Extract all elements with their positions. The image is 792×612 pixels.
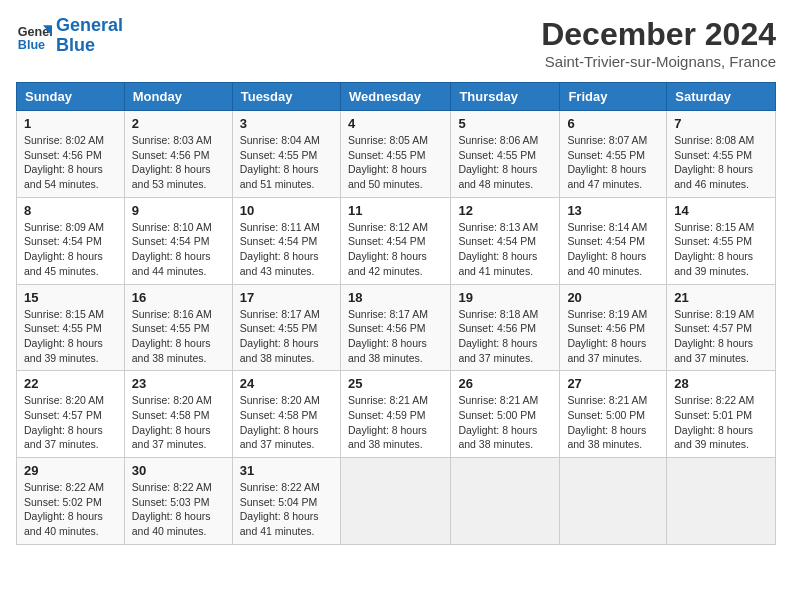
day-number: 19 — [458, 290, 552, 305]
day-info: Sunrise: 8:10 AMSunset: 4:54 PMDaylight:… — [132, 220, 225, 279]
day-number: 18 — [348, 290, 443, 305]
day-cell: 21Sunrise: 8:19 AMSunset: 4:57 PMDayligh… — [667, 284, 776, 371]
week-row-2: 8Sunrise: 8:09 AMSunset: 4:54 PMDaylight… — [17, 197, 776, 284]
day-info: Sunrise: 8:05 AMSunset: 4:55 PMDaylight:… — [348, 133, 443, 192]
day-info: Sunrise: 8:19 AMSunset: 4:56 PMDaylight:… — [567, 307, 659, 366]
day-number: 15 — [24, 290, 117, 305]
day-cell: 11Sunrise: 8:12 AMSunset: 4:54 PMDayligh… — [340, 197, 450, 284]
calendar-table: SundayMondayTuesdayWednesdayThursdayFrid… — [16, 82, 776, 545]
day-cell: 25Sunrise: 8:21 AMSunset: 4:59 PMDayligh… — [340, 371, 450, 458]
day-number: 2 — [132, 116, 225, 131]
day-cell — [451, 458, 560, 545]
day-info: Sunrise: 8:22 AMSunset: 5:02 PMDaylight:… — [24, 480, 117, 539]
day-cell: 28Sunrise: 8:22 AMSunset: 5:01 PMDayligh… — [667, 371, 776, 458]
day-number: 11 — [348, 203, 443, 218]
day-cell: 23Sunrise: 8:20 AMSunset: 4:58 PMDayligh… — [124, 371, 232, 458]
day-cell: 7Sunrise: 8:08 AMSunset: 4:55 PMDaylight… — [667, 111, 776, 198]
logo-text-line2: Blue — [56, 36, 123, 56]
day-cell: 8Sunrise: 8:09 AMSunset: 4:54 PMDaylight… — [17, 197, 125, 284]
day-cell: 16Sunrise: 8:16 AMSunset: 4:55 PMDayligh… — [124, 284, 232, 371]
day-number: 13 — [567, 203, 659, 218]
day-info: Sunrise: 8:20 AMSunset: 4:58 PMDaylight:… — [132, 393, 225, 452]
day-cell: 19Sunrise: 8:18 AMSunset: 4:56 PMDayligh… — [451, 284, 560, 371]
day-info: Sunrise: 8:19 AMSunset: 4:57 PMDaylight:… — [674, 307, 768, 366]
calendar-body: 1Sunrise: 8:02 AMSunset: 4:56 PMDaylight… — [17, 111, 776, 545]
day-number: 29 — [24, 463, 117, 478]
day-number: 28 — [674, 376, 768, 391]
week-row-5: 29Sunrise: 8:22 AMSunset: 5:02 PMDayligh… — [17, 458, 776, 545]
day-info: Sunrise: 8:22 AMSunset: 5:03 PMDaylight:… — [132, 480, 225, 539]
day-info: Sunrise: 8:12 AMSunset: 4:54 PMDaylight:… — [348, 220, 443, 279]
day-number: 17 — [240, 290, 333, 305]
calendar-header: SundayMondayTuesdayWednesdayThursdayFrid… — [17, 83, 776, 111]
header-row: SundayMondayTuesdayWednesdayThursdayFrid… — [17, 83, 776, 111]
header-thursday: Thursday — [451, 83, 560, 111]
day-number: 4 — [348, 116, 443, 131]
day-number: 14 — [674, 203, 768, 218]
week-row-1: 1Sunrise: 8:02 AMSunset: 4:56 PMDaylight… — [17, 111, 776, 198]
day-cell: 17Sunrise: 8:17 AMSunset: 4:55 PMDayligh… — [232, 284, 340, 371]
title-area: December 2024 Saint-Trivier-sur-Moignans… — [541, 16, 776, 70]
day-cell: 12Sunrise: 8:13 AMSunset: 4:54 PMDayligh… — [451, 197, 560, 284]
day-cell: 6Sunrise: 8:07 AMSunset: 4:55 PMDaylight… — [560, 111, 667, 198]
day-cell: 22Sunrise: 8:20 AMSunset: 4:57 PMDayligh… — [17, 371, 125, 458]
day-cell — [667, 458, 776, 545]
logo-icon: General Blue — [16, 18, 52, 54]
day-info: Sunrise: 8:18 AMSunset: 4:56 PMDaylight:… — [458, 307, 552, 366]
day-info: Sunrise: 8:09 AMSunset: 4:54 PMDaylight:… — [24, 220, 117, 279]
week-row-4: 22Sunrise: 8:20 AMSunset: 4:57 PMDayligh… — [17, 371, 776, 458]
day-number: 6 — [567, 116, 659, 131]
day-info: Sunrise: 8:15 AMSunset: 4:55 PMDaylight:… — [24, 307, 117, 366]
day-number: 22 — [24, 376, 117, 391]
day-cell: 24Sunrise: 8:20 AMSunset: 4:58 PMDayligh… — [232, 371, 340, 458]
day-info: Sunrise: 8:04 AMSunset: 4:55 PMDaylight:… — [240, 133, 333, 192]
day-info: Sunrise: 8:21 AMSunset: 5:00 PMDaylight:… — [458, 393, 552, 452]
day-number: 27 — [567, 376, 659, 391]
day-cell: 14Sunrise: 8:15 AMSunset: 4:55 PMDayligh… — [667, 197, 776, 284]
day-info: Sunrise: 8:08 AMSunset: 4:55 PMDaylight:… — [674, 133, 768, 192]
header-friday: Friday — [560, 83, 667, 111]
day-info: Sunrise: 8:16 AMSunset: 4:55 PMDaylight:… — [132, 307, 225, 366]
day-cell: 26Sunrise: 8:21 AMSunset: 5:00 PMDayligh… — [451, 371, 560, 458]
day-number: 24 — [240, 376, 333, 391]
day-info: Sunrise: 8:17 AMSunset: 4:55 PMDaylight:… — [240, 307, 333, 366]
day-number: 7 — [674, 116, 768, 131]
day-cell: 30Sunrise: 8:22 AMSunset: 5:03 PMDayligh… — [124, 458, 232, 545]
header-monday: Monday — [124, 83, 232, 111]
header-wednesday: Wednesday — [340, 83, 450, 111]
day-cell: 1Sunrise: 8:02 AMSunset: 4:56 PMDaylight… — [17, 111, 125, 198]
day-number: 30 — [132, 463, 225, 478]
day-number: 1 — [24, 116, 117, 131]
day-cell: 10Sunrise: 8:11 AMSunset: 4:54 PMDayligh… — [232, 197, 340, 284]
location-title: Saint-Trivier-sur-Moignans, France — [541, 53, 776, 70]
day-number: 25 — [348, 376, 443, 391]
day-number: 3 — [240, 116, 333, 131]
day-info: Sunrise: 8:02 AMSunset: 4:56 PMDaylight:… — [24, 133, 117, 192]
day-cell: 2Sunrise: 8:03 AMSunset: 4:56 PMDaylight… — [124, 111, 232, 198]
logo: General Blue General Blue — [16, 16, 123, 56]
day-info: Sunrise: 8:20 AMSunset: 4:58 PMDaylight:… — [240, 393, 333, 452]
day-info: Sunrise: 8:20 AMSunset: 4:57 PMDaylight:… — [24, 393, 117, 452]
day-info: Sunrise: 8:07 AMSunset: 4:55 PMDaylight:… — [567, 133, 659, 192]
day-cell — [560, 458, 667, 545]
header-sunday: Sunday — [17, 83, 125, 111]
header-saturday: Saturday — [667, 83, 776, 111]
day-cell: 9Sunrise: 8:10 AMSunset: 4:54 PMDaylight… — [124, 197, 232, 284]
day-cell: 15Sunrise: 8:15 AMSunset: 4:55 PMDayligh… — [17, 284, 125, 371]
day-cell — [340, 458, 450, 545]
week-row-3: 15Sunrise: 8:15 AMSunset: 4:55 PMDayligh… — [17, 284, 776, 371]
day-info: Sunrise: 8:15 AMSunset: 4:55 PMDaylight:… — [674, 220, 768, 279]
day-info: Sunrise: 8:17 AMSunset: 4:56 PMDaylight:… — [348, 307, 443, 366]
day-info: Sunrise: 8:11 AMSunset: 4:54 PMDaylight:… — [240, 220, 333, 279]
month-title: December 2024 — [541, 16, 776, 53]
day-cell: 13Sunrise: 8:14 AMSunset: 4:54 PMDayligh… — [560, 197, 667, 284]
page-header: General Blue General Blue December 2024 … — [16, 16, 776, 70]
day-cell: 5Sunrise: 8:06 AMSunset: 4:55 PMDaylight… — [451, 111, 560, 198]
logo-text-line1: General — [56, 16, 123, 36]
day-cell: 29Sunrise: 8:22 AMSunset: 5:02 PMDayligh… — [17, 458, 125, 545]
day-info: Sunrise: 8:21 AMSunset: 4:59 PMDaylight:… — [348, 393, 443, 452]
day-cell: 4Sunrise: 8:05 AMSunset: 4:55 PMDaylight… — [340, 111, 450, 198]
day-number: 31 — [240, 463, 333, 478]
day-cell: 27Sunrise: 8:21 AMSunset: 5:00 PMDayligh… — [560, 371, 667, 458]
day-info: Sunrise: 8:06 AMSunset: 4:55 PMDaylight:… — [458, 133, 552, 192]
